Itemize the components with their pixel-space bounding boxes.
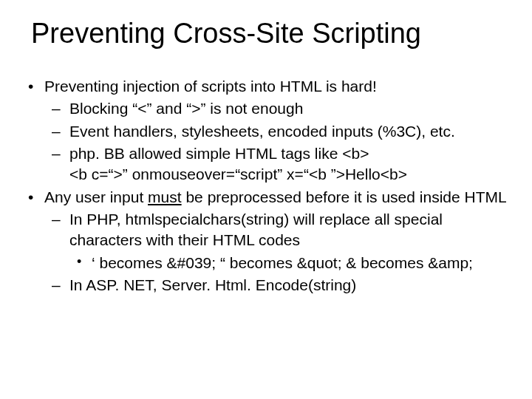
bullet-2-must: must	[148, 188, 182, 205]
bullet-2-sublist: In PHP, htmlspecialchars(string) will re…	[44, 209, 510, 296]
bullet-2-sub-1: In PHP, htmlspecialchars(string) will re…	[69, 209, 510, 273]
bullet-2: Any user input must be preprocessed befo…	[44, 187, 510, 296]
bullet-1: Preventing injection of scripts into HTM…	[44, 76, 510, 185]
bullet-1-sub-3a: php. BB allowed simple HTML tags like <b…	[69, 145, 369, 162]
slide-title: Preventing Cross-Site Scripting	[22, 18, 510, 50]
bullet-2-post: be preprocessed before it is used inside…	[182, 188, 507, 205]
slide: Preventing Cross-Site Scripting Preventi…	[0, 0, 532, 399]
bullet-1-text: Preventing injection of scripts into HTM…	[44, 78, 377, 95]
bullet-2-sub-1-list: ‘ becomes &#039; “ becomes &quot; & beco…	[69, 253, 510, 273]
bullet-1-sublist: Blocking “<” and “>” is not enough Event…	[44, 98, 510, 185]
bullet-1-sub-2: Event handlers, stylesheets, encoded inp…	[69, 121, 510, 142]
bullet-2-pre: Any user input	[44, 188, 148, 205]
bullet-1-sub-3b: <b c=“>” onmouseover=“script” x=“<b ”>He…	[69, 164, 510, 185]
bullet-1-sub-3: php. BB allowed simple HTML tags like <b…	[69, 143, 510, 185]
bullet-2-sub-1a: ‘ becomes &#039; “ becomes &quot; & beco…	[92, 253, 510, 273]
bullet-list: Preventing injection of scripts into HTM…	[22, 76, 510, 296]
bullet-1-sub-1: Blocking “<” and “>” is not enough	[69, 98, 510, 119]
bullet-2-sub-2: In ASP. NET, Server. Html. Encode(string…	[69, 275, 510, 296]
bullet-2-sub-1-text: In PHP, htmlspecialchars(string) will re…	[69, 211, 443, 248]
